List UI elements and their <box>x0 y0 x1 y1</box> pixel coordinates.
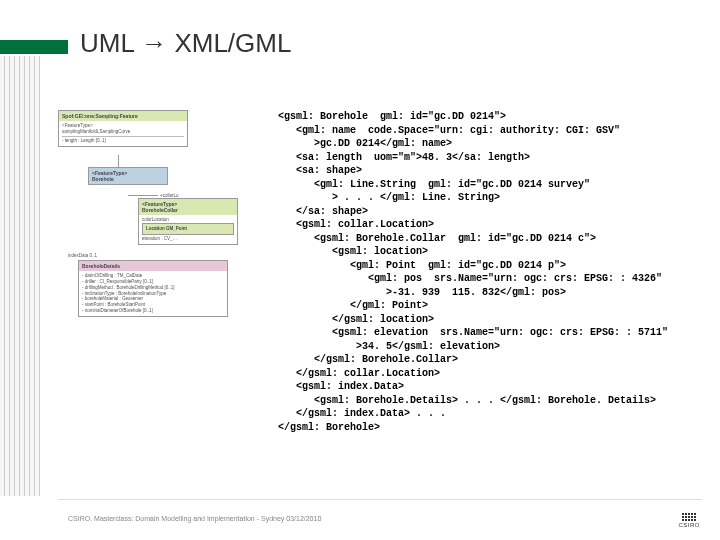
uml-box-sampling-feature: Spof:GE/:one:Sampling:Feature <FeatureTy… <box>58 110 188 147</box>
code-line: <gsml: Borehole.Collar gml: id="gc.DD 02… <box>278 233 596 244</box>
uml-line: - length : Length [0..1] <box>62 138 184 144</box>
code-line: <sa: length uom="m">48. 3</sa: length> <box>278 152 530 163</box>
uml-box-header: Spof:GE/:one:Sampling:Feature <box>59 111 187 121</box>
code-line: <gml: Line.String gml: id="gc.DD 0214 su… <box>278 179 590 190</box>
uml-line: colorLocation <box>142 217 234 223</box>
code-line: <gsml: Borehole.Details> . . . </gsml: B… <box>278 395 656 406</box>
page-title: UML → XML/GML <box>80 28 291 59</box>
code-line: <gsml: collar.Location> <box>278 219 434 230</box>
code-line: <sa: shape> <box>278 165 362 176</box>
code-line: >-31. 939 115. 832</gml: pos> <box>278 287 566 298</box>
uml-label: +collarLo <box>160 193 178 198</box>
uml-box-header: Location GM_Point <box>143 224 233 234</box>
uml-connector <box>118 155 272 167</box>
code-line: </gsml: index.Data> . . . <box>278 408 446 419</box>
slide: UML → XML/GML Spof:GE/:one:Sampling:Feat… <box>0 0 720 540</box>
footer-text: CSIRO. Masterclass: Domain Modelling and… <box>68 515 321 522</box>
code-line: </gml: Point> <box>278 300 428 311</box>
code-line: </gsml: Borehole> <box>278 422 380 433</box>
xml-code-block: <gsml: Borehole gml: id="gc.DD 0214"> <g… <box>278 110 698 490</box>
code-line: >34. 5</gsml: elevation> <box>278 341 500 352</box>
uml-box-collar: <FeatureType> BoreholeCollar colorLocati… <box>138 198 238 246</box>
logo-text: CSIRO <box>678 522 700 528</box>
divider <box>58 499 702 500</box>
code-line: <gsml: location> <box>278 246 428 257</box>
uml-line: elevation : CV_… <box>142 236 234 242</box>
uml-box-header: BoreholeDetails <box>79 261 227 271</box>
content-area: Spof:GE/:one:Sampling:Feature <FeatureTy… <box>58 110 698 490</box>
uml-box-borehole: <FeatureType> Borehole <box>88 167 168 185</box>
code-line: > . . . </gml: Line. String> <box>278 192 500 203</box>
code-line: </sa: shape> <box>278 206 368 217</box>
logo-icon <box>682 513 696 521</box>
code-line: </gsml: Borehole.Collar> <box>278 354 458 365</box>
code-line: <gsml: Borehole gml: id="gc.DD 0214"> <box>278 111 506 122</box>
code-line: <gml: name code.Space="urn: cgi: authori… <box>278 125 620 136</box>
uml-line: samplingManifoldLSamplingCurve <box>62 129 184 135</box>
code-line: </gsml: collar.Location> <box>278 368 440 379</box>
uml-box-header: <FeatureType> BoreholeCollar <box>139 199 237 215</box>
code-line: </gsml: location> <box>278 314 434 325</box>
uml-box-details: BoreholeDetails - datmOfDrilling : TM_Ca… <box>78 260 228 317</box>
csiro-logo: CSIRO <box>678 513 700 528</box>
uml-connector <box>128 195 158 196</box>
code-line: <gml: pos srs.Name="urn: ogc: crs: EPSG:… <box>278 273 662 284</box>
code-line: <gml: Point gml: id="gc.DD 0214 p"> <box>278 260 566 271</box>
uml-diagram: Spof:GE/:one:Sampling:Feature <FeatureTy… <box>58 110 278 490</box>
uml-box-header: <FeatureType> Borehole <box>89 168 167 184</box>
accent-bar <box>0 40 68 54</box>
code-line: <gsml: index.Data> <box>278 381 404 392</box>
code-line: >gc.DD 0214</gml: name> <box>278 138 452 149</box>
code-line: <gsml: elevation srs.Name="urn: ogc: crs… <box>278 327 668 338</box>
uml-label: indexData 0..1 <box>68 253 272 258</box>
uml-line: - nominalDiameterOfBorehole [0..1] <box>82 308 224 314</box>
